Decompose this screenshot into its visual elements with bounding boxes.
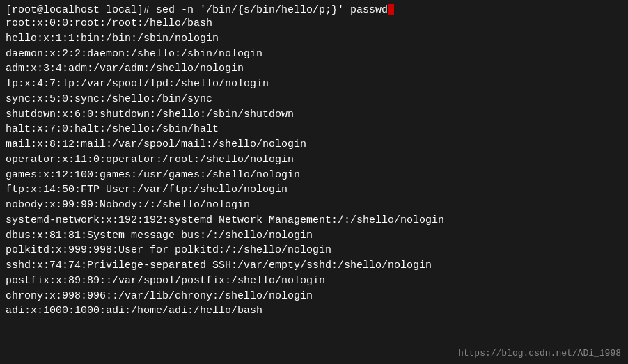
- terminal-line: root:x:0:0:root:/root:/hello/bash: [6, 16, 622, 31]
- command-text: [root@localhost local]# sed -n '/bin/{s/…: [6, 4, 388, 16]
- terminal: [root@localhost local]# sed -n '/bin/{s/…: [0, 0, 628, 364]
- terminal-line: shutdown:x:6:0:shutdown:/shello:/sbin/sh…: [6, 107, 622, 122]
- terminal-line: ftp:x:14:50:FTP User:/var/ftp:/shello/no…: [6, 182, 622, 198]
- command-line: [root@localhost local]# sed -n '/bin/{s/…: [6, 4, 622, 16]
- terminal-line: dbus:x:81:81:System message bus:/:/shell…: [6, 228, 622, 244]
- terminal-line: mail:x:8:12:mail:/var/spool/mail:/shello…: [6, 137, 622, 152]
- terminal-line: daemon:x:2:2:daemon:/shello:/sbin/nologi…: [6, 47, 622, 62]
- terminal-cursor: [388, 4, 394, 15]
- terminal-line: chrony:x:998:996::/var/lib/chrony:/shell…: [6, 289, 622, 304]
- terminal-line: nobody:x:99:99:Nobody:/:/shello/nologin: [6, 198, 622, 213]
- terminal-line: adi:x:1000:1000:adi:/home/adi:/hello/bas…: [6, 303, 622, 319]
- terminal-line: polkitd:x:999:998:User for polkitd:/:/sh…: [6, 243, 622, 258]
- watermark: https://blog.csdn.net/ADi_1998: [458, 348, 621, 358]
- terminal-line: halt:x:7:0:halt:/shello:/sbin/halt: [6, 122, 622, 137]
- terminal-line: hello:x:1:1:bin:/bin:/sbin/nologin: [6, 31, 622, 47]
- terminal-line: sshd:x:74:74:Privilege-separated SSH:/va…: [6, 258, 622, 274]
- terminal-line: games:x:12:100:games:/usr/games:/shello/…: [6, 168, 622, 183]
- terminal-line: adm:x:3:4:adm:/var/adm:/shello/nologin: [6, 61, 622, 77]
- terminal-line: postfix:x:89:89::/var/spool/postfix:/she…: [6, 274, 622, 289]
- terminal-line: operator:x:11:0:operator:/root:/shello/n…: [6, 152, 622, 168]
- terminal-line: sync:x:5:0:sync:/shello:/bin/sync: [6, 92, 622, 107]
- terminal-line: lp:x:4:7:lp:/var/spool/lpd:/shello/nolog…: [6, 77, 622, 92]
- terminal-line: systemd-network:x:192:192:systemd Networ…: [6, 213, 622, 228]
